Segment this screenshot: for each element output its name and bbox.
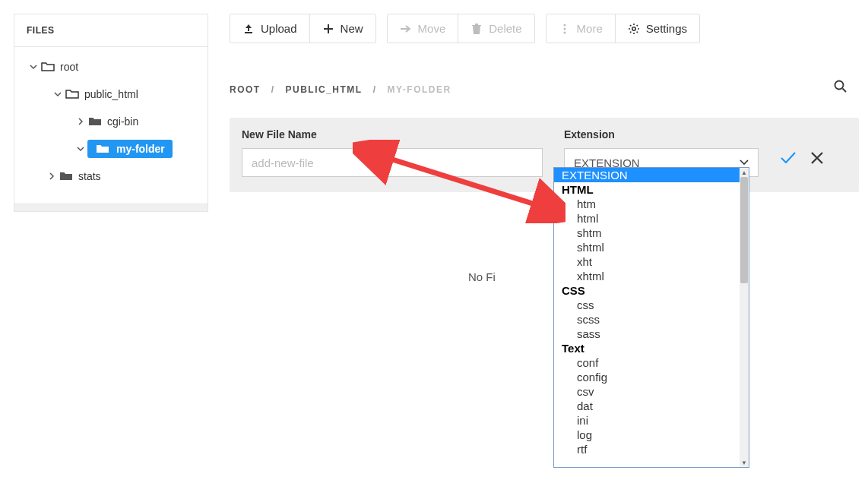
tree-label-root: root — [60, 61, 78, 73]
tree-row-my-folder[interactable]: my-folder — [14, 135, 207, 163]
folder-icon — [65, 89, 80, 99]
toolbar-group-edit: Move Delete — [387, 14, 535, 43]
folder-icon — [40, 62, 55, 72]
breadcrumb-separator: / — [373, 84, 377, 95]
sidebar-header: FILES — [14, 14, 207, 47]
dropdown-item-csv[interactable]: csv — [554, 384, 740, 399]
delete-label: Delete — [489, 22, 521, 35]
gear-icon — [628, 23, 640, 35]
tree-label-public-html: public_html — [84, 88, 138, 100]
folder-icon — [95, 144, 110, 154]
settings-button[interactable]: Settings — [616, 14, 699, 43]
new-button[interactable]: New — [310, 14, 375, 43]
svg-point-0 — [563, 24, 565, 26]
toolbar: Upload New Move Delete — [230, 14, 859, 43]
dropdown-list: EXTENSION HTML htm html shtm shtml xht x… — [554, 168, 740, 467]
chevron-down-icon[interactable] — [27, 63, 40, 71]
extension-dropdown: EXTENSION HTML htm html shtm shtml xht x… — [553, 167, 749, 468]
chevron-right-icon[interactable] — [45, 172, 59, 180]
dropdown-item-conf[interactable]: conf — [554, 355, 740, 370]
move-button: Move — [388, 14, 459, 43]
move-label: Move — [418, 22, 446, 35]
active-folder-chip[interactable]: my-folder — [87, 140, 173, 158]
chevron-down-icon[interactable] — [51, 90, 65, 98]
folder-icon — [87, 116, 103, 127]
more-button: More — [546, 14, 616, 43]
chevron-down-icon — [740, 157, 749, 168]
more-icon — [559, 23, 571, 35]
dropdown-group-text: Text — [554, 341, 740, 355]
breadcrumb-my-folder: MY-FOLDER — [388, 84, 451, 95]
dropdown-item-log[interactable]: log — [554, 428, 740, 442]
dropdown-group-css: CSS — [554, 283, 740, 298]
breadcrumb-separator: / — [271, 84, 275, 95]
arrow-right-icon — [400, 23, 412, 35]
dropdown-item-xht[interactable]: xht — [554, 254, 740, 269]
sidebar-scrollbar[interactable] — [14, 204, 207, 211]
svg-point-4 — [835, 81, 844, 90]
breadcrumb-root[interactable]: ROOT — [230, 84, 261, 95]
main-area: Upload New Move Delete — [230, 14, 859, 192]
upload-icon — [242, 23, 255, 35]
tree-row-public-html[interactable]: public_html — [14, 80, 207, 108]
settings-label: Settings — [646, 22, 687, 35]
dropdown-item-config[interactable]: config — [554, 370, 740, 384]
toolbar-group-more: More Settings — [546, 14, 700, 43]
search-icon[interactable] — [833, 79, 848, 97]
plus-icon — [322, 23, 334, 35]
delete-button: Delete — [458, 14, 534, 43]
folder-tree: root public_html cgi-bin — [14, 47, 207, 204]
new-file-panel: New File Name Extension EXTENSION — [230, 118, 859, 192]
dropdown-item-scss[interactable]: scss — [554, 312, 740, 327]
tree-label-stats: stats — [78, 170, 101, 182]
dropdown-item-dat[interactable]: dat — [554, 399, 740, 413]
dropdown-group-html: HTML — [554, 182, 740, 197]
tree-row-cgi-bin[interactable]: cgi-bin — [14, 108, 207, 135]
scroll-thumb[interactable] — [740, 177, 748, 283]
upload-button[interactable]: Upload — [230, 14, 310, 43]
dropdown-item-xhtml[interactable]: xhtml — [554, 269, 740, 283]
chevron-down-icon[interactable] — [74, 145, 87, 153]
name-label: New File Name — [242, 128, 543, 140]
scroll-up-icon[interactable]: ▲ — [740, 168, 749, 177]
folder-icon — [59, 171, 74, 182]
dropdown-item-css[interactable]: css — [554, 298, 740, 312]
dropdown-item-htm[interactable]: htm — [554, 197, 740, 211]
tree-label-cgi-bin: cgi-bin — [107, 115, 138, 128]
dropdown-item-ini[interactable]: ini — [554, 413, 740, 428]
dropdown-item-html[interactable]: html — [554, 211, 740, 226]
svg-point-3 — [632, 27, 635, 30]
no-files-label: No Fi — [468, 270, 496, 283]
panel-actions — [780, 151, 824, 168]
panel-col-name: New File Name — [242, 128, 543, 177]
trash-icon — [470, 23, 483, 35]
tree-row-stats[interactable]: stats — [14, 163, 207, 190]
svg-point-2 — [563, 31, 565, 33]
file-name-input[interactable] — [242, 148, 543, 177]
dropdown-item-shtml[interactable]: shtml — [554, 240, 740, 254]
toolbar-group-file: Upload New — [230, 14, 376, 43]
dropdown-item-rtf[interactable]: rtf — [554, 442, 740, 456]
files-sidebar: FILES root public_html — [14, 14, 208, 212]
breadcrumb: ROOT / PUBLIC_HTML / MY-FOLDER — [230, 84, 859, 95]
new-label: New — [341, 22, 363, 35]
cancel-button[interactable] — [810, 151, 824, 168]
confirm-button[interactable] — [780, 151, 797, 168]
upload-label: Upload — [261, 22, 297, 35]
breadcrumb-public-html[interactable]: PUBLIC_HTML — [286, 84, 363, 95]
dropdown-item-shtm[interactable]: shtm — [554, 226, 740, 240]
scroll-down-icon[interactable]: ▼ — [740, 458, 749, 467]
dropdown-item-sass[interactable]: sass — [554, 327, 740, 341]
tree-label-my-folder: my-folder — [116, 143, 165, 155]
more-label: More — [577, 22, 603, 35]
tree-row-root[interactable]: root — [14, 53, 207, 80]
svg-point-1 — [563, 27, 565, 30]
chevron-right-icon[interactable] — [74, 118, 87, 125]
scroll-track[interactable] — [740, 283, 749, 458]
ext-label: Extension — [564, 128, 759, 140]
dropdown-scrollbar[interactable]: ▲ ▼ — [740, 168, 749, 467]
dropdown-item-extension[interactable]: EXTENSION — [554, 168, 740, 182]
